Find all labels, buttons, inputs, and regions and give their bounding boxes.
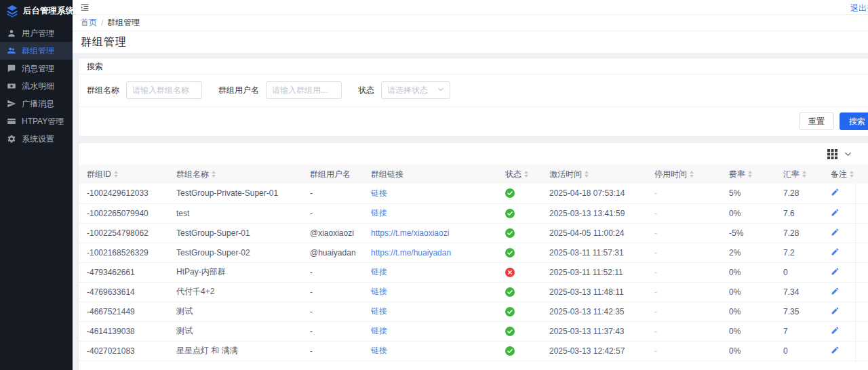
cell-id: -4667521449: [79, 302, 168, 321]
sidebar-item-label: HTPAY管理: [22, 116, 64, 127]
column-header-activated_at[interactable]: 激活时间: [541, 165, 646, 184]
status-enabled-icon: [505, 327, 541, 336]
group-link[interactable]: 链接: [371, 188, 387, 198]
sort-caret-icon[interactable]: [850, 171, 854, 178]
cell-link: 链接: [363, 341, 497, 361]
group-username-input[interactable]: [266, 81, 342, 99]
search-field-group-username: 群组用户名: [218, 81, 342, 99]
cell-rate: 7.28: [775, 223, 823, 243]
page-header: 群组管理: [73, 31, 868, 53]
sidebar-item-groups[interactable]: 群组管理: [0, 42, 73, 60]
cell-remark: [823, 223, 855, 243]
edit-remark-pencil-icon[interactable]: [831, 306, 840, 315]
group-link[interactable]: https://t.me/xiaoxiaozi: [371, 228, 449, 238]
column-header-remark[interactable]: 备注: [823, 165, 855, 184]
status-enabled-icon: [505, 228, 541, 238]
cell-username: -: [302, 341, 363, 361]
cell-name: 代付千4+2: [168, 282, 302, 302]
search-panel: 搜索 群组名称群组用户名状态请选择状态 重置 搜索: [78, 58, 868, 137]
breadcrumb: 首页 / 群组管理: [73, 15, 868, 31]
chevron-down-icon[interactable]: [844, 150, 852, 158]
cell-fee: 0%: [721, 282, 775, 302]
cell-fee: 0%: [721, 341, 775, 361]
sidebar-item-messages[interactable]: 消息管理: [0, 60, 73, 77]
table-row: -1002168526329TestGroup-Super-02@huaiyad…: [79, 243, 868, 262]
column-header-deactivated_at[interactable]: 停用时间: [646, 165, 721, 184]
logout-link[interactable]: 退出登录: [850, 3, 868, 14]
sidebar-item-htpay[interactable]: HTPAY管理: [0, 112, 73, 130]
sidebar-item-label: 群组管理: [22, 45, 54, 57]
group-link[interactable]: 链接: [371, 306, 387, 316]
sidebar-item-users[interactable]: 用户管理: [0, 24, 73, 42]
groups-table: 群组ID群组名称群组用户名群组链接状态激活时间停用时间费率汇率备注 -10024…: [79, 165, 868, 361]
cell-status: [497, 282, 541, 302]
edit-remark-pencil-icon[interactable]: [831, 346, 840, 354]
sort-caret-icon[interactable]: [690, 171, 694, 178]
sidebar-item-settings[interactable]: 系统设置: [0, 130, 73, 148]
cell-username: @xiaoxiaozi: [302, 223, 363, 243]
cell-id: -4793462661: [79, 262, 168, 282]
group-link[interactable]: 链接: [371, 208, 387, 218]
sort-caret-icon[interactable]: [114, 171, 118, 178]
sort-caret-icon[interactable]: [802, 171, 806, 178]
cell-fee: 0%: [721, 203, 775, 223]
reset-button[interactable]: 重置: [799, 112, 834, 130]
column-label: 状态: [505, 169, 521, 180]
cell-link: https://t.me/huaiyadan: [363, 243, 497, 262]
table-toolbar: [79, 143, 868, 165]
breadcrumb-home-link[interactable]: 首页: [81, 17, 97, 28]
table-body: -1002429612033TestGroup-Private-Super-01…: [79, 184, 868, 361]
app-logo-icon: [5, 4, 19, 18]
column-header-name[interactable]: 群组名称: [168, 165, 302, 184]
cell-activated_at: 2025-03-11 11:57:31: [541, 243, 646, 262]
cell-activated_at: 2025-04-18 07:53:14: [541, 184, 646, 203]
breadcrumb-separator: /: [101, 18, 103, 28]
cell-status: [497, 184, 541, 203]
sort-caret-icon[interactable]: [524, 171, 528, 178]
edit-remark-pencil-icon[interactable]: [831, 208, 840, 217]
group-icon: [7, 46, 16, 56]
cell-deactivated_at: -: [646, 223, 721, 243]
group-link[interactable]: 链接: [371, 346, 387, 355]
cell-remark: [823, 321, 855, 341]
edit-remark-pencil-icon[interactable]: [831, 188, 840, 197]
column-header-id[interactable]: 群组ID: [79, 165, 168, 184]
search-button[interactable]: 搜索: [840, 112, 868, 130]
sidebar-item-transactions[interactable]: 流水明细: [0, 77, 73, 95]
sort-caret-icon[interactable]: [748, 171, 752, 178]
cell-rate: 7.2: [775, 243, 823, 262]
column-settings-grid-icon[interactable]: [827, 149, 837, 159]
group-link[interactable]: 链接: [371, 326, 387, 335]
menu-fold-icon[interactable]: [80, 3, 90, 12]
column-header-fee[interactable]: 费率: [721, 165, 775, 184]
cell-clipped: [855, 184, 868, 203]
group-link[interactable]: 链接: [371, 287, 387, 296]
cell-name: test: [168, 203, 302, 223]
cell-id: -1002254798062: [79, 223, 168, 243]
group-name-input[interactable]: [126, 81, 202, 99]
edit-remark-pencil-icon[interactable]: [831, 267, 840, 276]
cell-name: 星星点灯 和 满满: [168, 341, 302, 361]
status-enabled-icon: [505, 287, 541, 297]
cell-status: [497, 321, 541, 341]
app-title: 后台管理系统: [23, 5, 74, 17]
cell-activated_at: 2025-03-13 13:41:59: [541, 203, 646, 223]
group-link[interactable]: https://t.me/huaiyadan: [371, 248, 451, 258]
status-select[interactable]: 请选择状态: [381, 81, 450, 99]
search-field-label: 群组用户名: [218, 85, 259, 96]
status-enabled-icon: [505, 248, 541, 258]
edit-remark-pencil-icon[interactable]: [831, 326, 840, 335]
edit-remark-pencil-icon[interactable]: [831, 287, 840, 295]
table-row: -4667521449测试-链接2025-03-13 11:42:35-0%7.…: [79, 302, 868, 321]
sidebar-item-broadcast[interactable]: 广播消息: [0, 95, 73, 112]
column-header-status[interactable]: 状态: [497, 165, 541, 184]
cell-rate: 7.34: [775, 282, 823, 302]
edit-remark-pencil-icon[interactable]: [831, 228, 840, 237]
sort-caret-icon[interactable]: [585, 171, 589, 178]
column-header-rate[interactable]: 汇率: [775, 165, 823, 184]
group-link[interactable]: 链接: [371, 267, 387, 276]
sort-caret-icon[interactable]: [212, 171, 216, 178]
column-header-username: 群组用户名: [302, 165, 363, 184]
user-icon: [7, 28, 16, 38]
edit-remark-pencil-icon[interactable]: [831, 247, 840, 256]
